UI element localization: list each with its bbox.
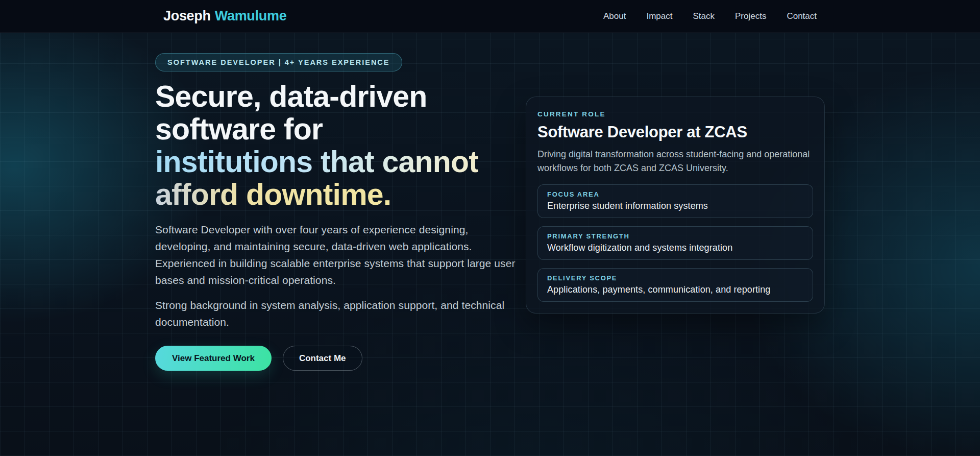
primary-strength-value: Workflow digitization and systems integr…: [547, 243, 803, 253]
nav-links: About Impact Stack Projects Contact: [603, 11, 817, 21]
brand-logo[interactable]: JosephWamulume: [163, 8, 286, 24]
primary-strength-label: PRIMARY STRENGTH: [547, 232, 803, 240]
delivery-scope-label: DELIVERY SCOPE: [547, 274, 803, 282]
navbar-inner: JosephWamulume About Impact Stack Projec…: [163, 0, 817, 32]
contact-me-button[interactable]: Contact Me: [283, 346, 362, 371]
hero-paragraph-2: Strong background in system analysis, ap…: [155, 297, 523, 330]
hero-heading-line4: afford downtime.: [155, 178, 391, 211]
cta-row: View Featured Work Contact Me: [155, 346, 526, 371]
hero-left-column: SOFTWARE DEVELOPER | 4+ YEARS EXPERIENCE…: [155, 53, 526, 371]
view-featured-work-button[interactable]: View Featured Work: [155, 346, 272, 371]
navbar: JosephWamulume About Impact Stack Projec…: [0, 0, 980, 33]
hero-heading-line2: software for: [155, 112, 323, 146]
hero-heading-line1: Secure, data-driven: [155, 80, 427, 113]
focus-area-label: FOCUS AREA: [547, 190, 803, 198]
hero-paragraph-1: Software Developer with over four years …: [155, 221, 523, 289]
nav-link-stack[interactable]: Stack: [693, 11, 715, 21]
hero-section: SOFTWARE DEVELOPER | 4+ YEARS EXPERIENCE…: [0, 33, 980, 456]
hero-content: SOFTWARE DEVELOPER | 4+ YEARS EXPERIENCE…: [155, 33, 825, 371]
experience-badge-text: SOFTWARE DEVELOPER | 4+ YEARS EXPERIENCE: [167, 58, 390, 66]
hero-heading: Secure, data-drivensoftware forinstituti…: [155, 80, 526, 211]
delivery-scope-value: Applications, payments, communication, a…: [547, 284, 803, 295]
focus-area-value: Enterprise student information systems: [547, 201, 803, 211]
nav-link-about[interactable]: About: [603, 11, 626, 21]
current-role-description: Driving digital transformation across st…: [537, 148, 813, 175]
nav-link-contact[interactable]: Contact: [787, 11, 817, 21]
experience-badge: SOFTWARE DEVELOPER | 4+ YEARS EXPERIENCE: [155, 53, 402, 71]
nav-link-impact[interactable]: Impact: [646, 11, 672, 21]
brand-first-name: Joseph: [163, 8, 211, 23]
nav-link-projects[interactable]: Projects: [735, 11, 766, 21]
current-role-card: CURRENT ROLE Software Developer at ZCAS …: [526, 97, 825, 314]
current-role-title: Software Developer at ZCAS: [537, 123, 813, 141]
delivery-scope-card: DELIVERY SCOPE Applications, payments, c…: [537, 268, 813, 302]
current-role-label: CURRENT ROLE: [537, 110, 813, 118]
brand-last-name: Wamulume: [215, 8, 287, 23]
primary-strength-card: PRIMARY STRENGTH Workflow digitization a…: [537, 226, 813, 260]
focus-area-card: FOCUS AREA Enterprise student informatio…: [537, 184, 813, 218]
hero-heading-line3: institutions that cannot: [155, 145, 478, 179]
